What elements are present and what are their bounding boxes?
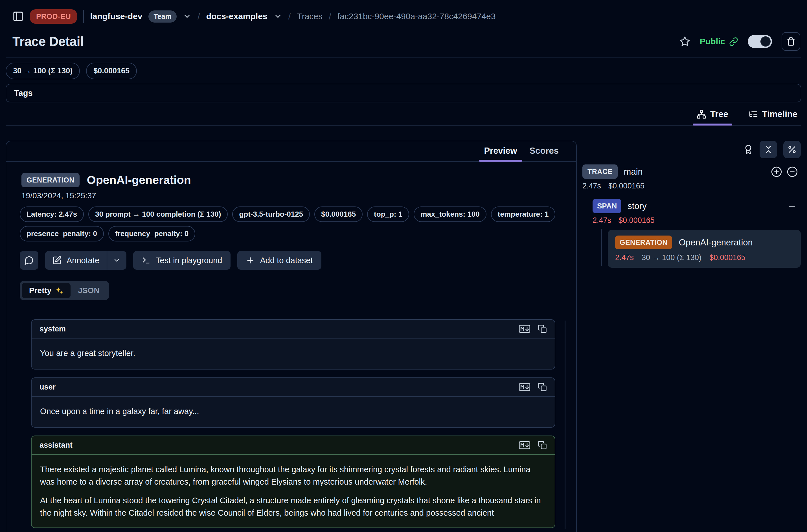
generation-row: GENERATION OpenAI-generation — [615, 235, 793, 249]
generation-latency: 2.47s — [615, 253, 634, 262]
tags-label: Tags — [14, 89, 33, 98]
page-title: Trace Detail — [13, 34, 83, 49]
chevrons-collapse-icon — [764, 145, 773, 154]
tab-scores[interactable]: Scores — [523, 141, 565, 161]
observation-header: GENERATION OpenAI-generation — [14, 173, 568, 187]
comment-icon — [24, 255, 34, 265]
org-chevron-down-icon[interactable] — [183, 12, 191, 21]
public-link[interactable]: Public — [700, 37, 738, 46]
environment-badge[interactable]: PROD-EU — [30, 9, 77, 24]
breadcrumb-separator: / — [288, 11, 291, 22]
tree-node-generation-selected[interactable]: GENERATION OpenAI-generation 2.47s 30 → … — [608, 230, 801, 268]
message-content: You are a great storyteller. — [32, 339, 555, 369]
tree-node-trace[interactable]: TRACE main — [582, 165, 801, 179]
header-divider — [6, 57, 801, 58]
tree-node-generation-wrap: GENERATION OpenAI-generation 2.47s 30 → … — [601, 230, 801, 268]
view-tabs: Tree Timeline — [6, 109, 801, 126]
collapse-node-icon[interactable] — [787, 202, 801, 211]
generation-type-badge: GENERATION — [615, 235, 672, 249]
message-user: user Once upon a time in a galaxy far, — [31, 377, 555, 428]
token-usage-badge: 30 → 100 (Σ 130) — [6, 63, 80, 79]
observation-badges-row1: Latency: 2.47s 30 prompt → 100 completio… — [14, 207, 568, 222]
show-metrics-button[interactable] — [783, 141, 801, 158]
message-system: system You are a great storyteller. — [31, 319, 555, 369]
message-tools — [519, 324, 547, 334]
markdown-toggle-icon[interactable] — [519, 324, 530, 334]
circle-plus-icon[interactable] — [771, 166, 782, 177]
generation-cost: $0.000165 — [709, 253, 746, 262]
trace-name: main — [624, 167, 643, 177]
span-metrics: 2.47s $0.000165 — [593, 216, 801, 225]
format-json-button[interactable]: JSON — [71, 283, 107, 298]
observation-actions: Annotate Test in playground Add to data — [14, 251, 568, 270]
message-header: assistant — [32, 436, 555, 455]
message-content: There existed a majestic planet called L… — [32, 455, 555, 528]
markdown-toggle-icon[interactable] — [519, 441, 530, 450]
public-toggle[interactable] — [748, 35, 772, 48]
token-usage-badge: 30 prompt → 100 completion (Σ 130) — [88, 207, 228, 222]
tags-box[interactable]: Tags — [6, 84, 801, 102]
page: PROD-EU langfuse-dev Team / docs-example… — [0, 7, 807, 532]
generation-tokens: 30 → 100 (Σ 130) — [642, 253, 701, 262]
message-tools — [519, 441, 547, 450]
temperature-badge: temperature: 1 — [491, 207, 556, 222]
percent-icon — [787, 145, 797, 154]
test-in-playground-button[interactable]: Test in playground — [133, 251, 230, 270]
message-header: user — [32, 378, 555, 397]
project-chevron-down-icon[interactable] — [274, 12, 282, 21]
message-content: Once upon a time in a galaxy far, far aw… — [32, 397, 555, 427]
collapse-all-button[interactable] — [759, 141, 777, 158]
tab-tree[interactable]: Tree — [693, 109, 732, 125]
breadcrumb-org[interactable]: langfuse-dev — [90, 12, 142, 21]
link-icon — [729, 37, 738, 46]
sparkles-icon — [55, 286, 63, 295]
tree-toolbar — [582, 141, 801, 158]
add-to-dataset-button[interactable]: Add to dataset — [237, 251, 321, 270]
copy-icon[interactable] — [538, 441, 547, 450]
breadcrumb-trace-id[interactable]: fac231bc-90ee-490a-aa32-78c4269474e3 — [337, 12, 495, 21]
frequency-penalty-badge: frequency_penalty: 0 — [108, 226, 195, 242]
assistant-paragraph: At the heart of Lumina stood the towerin… — [40, 494, 546, 519]
message-role: user — [39, 383, 56, 392]
tab-timeline[interactable]: Timeline — [745, 109, 801, 125]
copy-icon[interactable] — [538, 382, 547, 392]
trash-icon — [786, 37, 795, 46]
header-actions: Public — [679, 32, 800, 51]
observation-body: GENERATION OpenAI-generation 19/03/2024,… — [6, 162, 576, 532]
tree-icon — [697, 110, 706, 119]
award-icon[interactable] — [743, 145, 753, 155]
annotate-button[interactable]: Annotate — [45, 251, 107, 270]
copy-icon[interactable] — [538, 324, 547, 334]
annotate-label: Annotate — [67, 256, 99, 265]
trace-summary-badges: 30 → 100 (Σ 130) $0.000165 — [6, 63, 801, 79]
tree-expand-controls — [771, 166, 801, 177]
toggle-knob — [761, 36, 771, 46]
format-pretty-button[interactable]: Pretty — [22, 283, 71, 298]
annotate-pen-icon — [53, 256, 61, 265]
breadcrumb-project[interactable]: docs-examples — [206, 12, 267, 21]
delete-trace-button[interactable] — [782, 32, 800, 51]
public-label: Public — [700, 37, 725, 46]
assistant-paragraph: There existed a majestic planet called L… — [40, 463, 546, 488]
sidebar-toggle-icon[interactable] — [13, 11, 24, 22]
format-toggle: Pretty JSON — [20, 281, 109, 300]
trace-tree-panel: TRACE main 2.47s $0.000165 SPAN story — [582, 141, 801, 268]
panel-tabs: Preview Scores — [6, 141, 576, 162]
chevron-down-icon — [113, 256, 121, 264]
header-row: Trace Detail Public — [6, 32, 801, 51]
breadcrumb-traces[interactable]: Traces — [297, 12, 322, 21]
breadcrumb-divider — [83, 10, 84, 23]
annotate-dropdown-button[interactable] — [107, 251, 126, 270]
circle-minus-icon[interactable] — [787, 166, 798, 177]
tab-tree-label: Tree — [710, 109, 728, 119]
cost-badge: $0.000165 — [86, 63, 137, 79]
cost-badge: $0.000165 — [314, 207, 362, 222]
tab-preview[interactable]: Preview — [478, 141, 523, 161]
comment-button[interactable] — [20, 251, 38, 270]
star-icon[interactable] — [679, 36, 690, 47]
span-row[interactable]: SPAN story — [593, 199, 801, 213]
trace-latency: 2.47s — [582, 182, 601, 190]
observation-timestamp: 19/03/2024, 15:25:37 — [14, 191, 568, 200]
markdown-toggle-icon[interactable] — [519, 382, 530, 392]
trace-metrics: 2.47s $0.000165 — [582, 182, 801, 190]
